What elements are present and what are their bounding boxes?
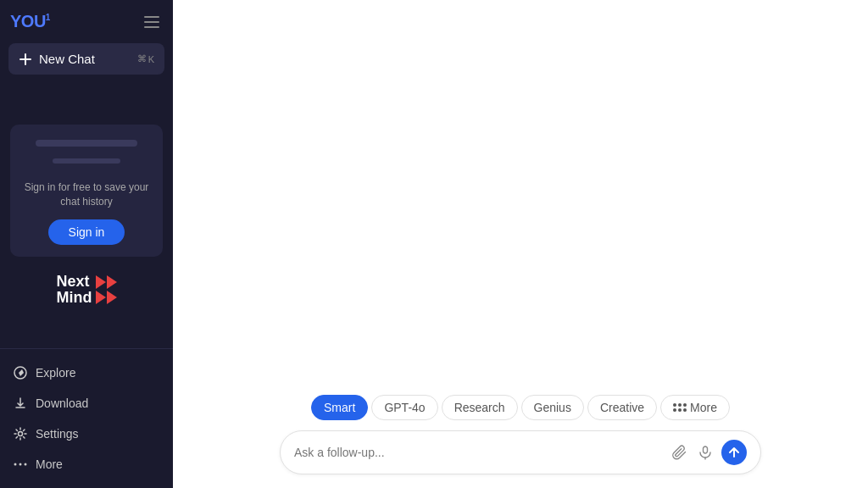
svg-point-8 — [25, 463, 27, 466]
sidebar-nav: Explore Download Settings More — [0, 348, 173, 488]
sidebar-item-download[interactable]: Download — [0, 388, 173, 419]
sidebar-item-explore[interactable]: Explore — [0, 358, 173, 388]
app-logo: YOU1 — [10, 12, 50, 31]
sidebar: YOU1 New Chat ⌘ K Sign in for free to sa… — [0, 0, 173, 488]
chat-input-row — [280, 430, 761, 474]
more-tab-label: More — [690, 401, 717, 414]
tab-genius[interactable]: Genius — [521, 395, 584, 420]
microphone-icon — [698, 445, 713, 460]
arrow-2 — [107, 275, 117, 289]
keyboard-shortcut: ⌘ K — [137, 53, 154, 64]
arrow-3 — [96, 291, 106, 304]
explore-label: Explore — [36, 366, 75, 380]
attach-button[interactable] — [670, 443, 689, 462]
sidebar-middle: Sign in for free to save your chat histo… — [0, 83, 173, 348]
settings-label: Settings — [36, 427, 79, 441]
sidebar-toggle-btn[interactable] — [141, 13, 163, 31]
svg-rect-1 — [144, 21, 159, 23]
svg-rect-2 — [144, 26, 159, 28]
tab-creative[interactable]: Creative — [587, 395, 657, 420]
svg-rect-0 — [144, 16, 159, 18]
input-actions — [670, 440, 747, 465]
main-content: Smart GPT-4o Research Genius Creative Mo… — [173, 0, 868, 488]
sidebar-item-settings[interactable]: Settings — [0, 419, 173, 449]
sign-in-card: Sign in for free to save your chat histo… — [10, 125, 163, 257]
new-chat-button[interactable]: New Chat ⌘ K — [8, 43, 164, 75]
new-chat-label: New Chat — [39, 52, 95, 66]
more-nav-label: More — [36, 458, 63, 471]
ellipsis-icon — [14, 463, 27, 466]
svg-point-5 — [19, 432, 23, 436]
tab-more[interactable]: More — [660, 395, 730, 420]
sign-in-button[interactable]: Sign in — [48, 219, 125, 245]
svg-rect-9 — [704, 446, 708, 453]
chat-input[interactable] — [294, 446, 670, 459]
compass-icon — [14, 366, 27, 380]
svg-point-6 — [14, 463, 17, 466]
main-body: Smart GPT-4o Research Genius Creative Mo… — [173, 0, 868, 488]
download-label: Download — [36, 396, 88, 410]
tab-research[interactable]: Research — [442, 395, 518, 420]
next-mind-arrows — [96, 275, 117, 304]
mic-button[interactable] — [696, 443, 715, 462]
sign-in-prompt-text: Sign in for free to save your chat histo… — [20, 180, 153, 209]
send-icon — [728, 446, 740, 458]
next-mind-logo: Next Mind — [57, 274, 117, 308]
sidebar-item-more[interactable]: More — [0, 449, 173, 480]
svg-point-7 — [19, 463, 22, 466]
paperclip-icon — [672, 445, 687, 460]
tab-smart[interactable]: Smart — [311, 395, 368, 420]
svg-marker-4 — [19, 369, 24, 376]
arrow-1 — [96, 275, 106, 289]
next-mind-text: Next Mind — [57, 274, 92, 308]
sidebar-header: YOU1 — [0, 0, 173, 40]
mode-tabs: Smart GPT-4o Research Genius Creative Mo… — [311, 395, 730, 420]
grid-icon — [673, 403, 687, 412]
sign-in-bar-1 — [36, 140, 137, 147]
chat-input-area: Smart GPT-4o Research Genius Creative Mo… — [266, 395, 775, 474]
download-icon — [14, 396, 27, 410]
tab-gpt4o[interactable]: GPT-4o — [371, 395, 437, 420]
send-button[interactable] — [721, 440, 747, 465]
sign-in-bar-2 — [53, 158, 120, 164]
gear-icon — [14, 427, 27, 441]
arrow-4 — [107, 291, 117, 304]
